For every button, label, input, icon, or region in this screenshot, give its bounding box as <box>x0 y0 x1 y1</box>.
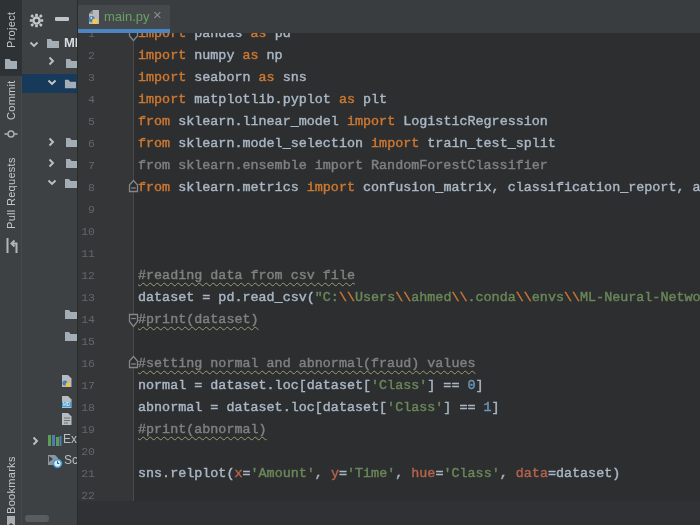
svg-text:MD: MD <box>63 402 71 407</box>
